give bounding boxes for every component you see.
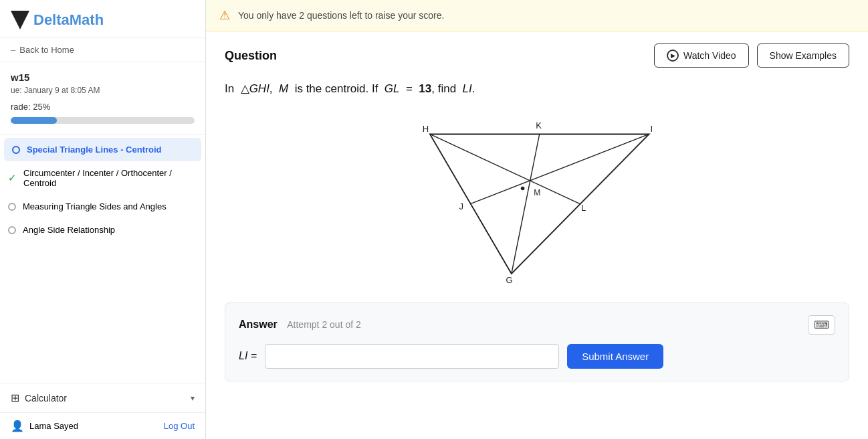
attempt-label: Attempt 2 out of 2 <box>287 319 361 330</box>
triangle-diagram: H K I J M L G <box>397 111 677 292</box>
sidebar: DeltaMath Back to Home w15 ue: January 9… <box>0 0 206 439</box>
watch-video-button[interactable]: ▶ Watch Video <box>654 43 749 68</box>
answer-label: Answer <box>239 319 278 330</box>
question-title: Question <box>225 49 277 63</box>
svg-text:L: L <box>581 203 586 213</box>
logo: DeltaMath <box>0 0 205 38</box>
show-examples-label: Show Examples <box>770 50 837 61</box>
alert-message: You only have 2 questions left to raise … <box>238 10 444 21</box>
submit-answer-button[interactable]: Submit Answer <box>567 344 663 369</box>
watch-video-label: Watch Video <box>683 50 736 61</box>
sidebar-item-measuring[interactable]: Measuring Triangle Sides and Angles <box>0 195 205 218</box>
calculator-icon: ⊞ <box>11 391 19 404</box>
svg-line-1 <box>512 134 540 274</box>
answer-header: Answer Attempt 2 out of 2 ⌨ <box>239 315 835 335</box>
equation-label: LI = <box>239 350 257 362</box>
back-to-home[interactable]: Back to Home <box>0 38 205 62</box>
user-name: Lama Sayed <box>29 421 78 431</box>
alert-banner: ⚠ You only have 2 questions left to rais… <box>206 0 868 31</box>
sidebar-item-label: Angle Side Relationship <box>23 225 115 235</box>
answer-row: LI = Submit Answer <box>239 344 835 369</box>
svg-line-2 <box>430 134 580 203</box>
question-body: In △GHI, M is the centroid. If GL = 13, … <box>206 73 868 104</box>
diagram-container: H K I J M L G <box>206 104 868 292</box>
user-icon: 👤 <box>11 420 24 432</box>
answer-header-left: Answer Attempt 2 out of 2 <box>239 319 361 331</box>
dot-icon <box>8 226 16 234</box>
logo-text: DeltaMath <box>33 11 104 29</box>
main-content: ⚠ You only have 2 questions left to rais… <box>206 0 868 439</box>
hw-title: w15 <box>0 62 205 84</box>
check-icon: ✓ <box>8 172 17 184</box>
logo-icon <box>11 11 29 29</box>
calculator-label: Calculator <box>25 393 67 404</box>
user-row: 👤 Lama Sayed Log Out <box>0 413 205 439</box>
play-icon: ▶ <box>667 50 679 62</box>
svg-line-3 <box>470 134 649 203</box>
sidebar-bottom: ⊞ Calculator ▾ 👤 Lama Sayed Log Out <box>0 383 205 439</box>
progress-bar-inner <box>11 117 57 124</box>
calculator-row[interactable]: ⊞ Calculator ▾ <box>0 383 205 413</box>
logout-button[interactable]: Log Out <box>164 421 195 431</box>
svg-point-11 <box>521 187 525 191</box>
hw-due: ue: January 9 at 8:05 AM <box>0 84 205 99</box>
sidebar-item-circumcenter[interactable]: ✓ Circumcenter / Incenter / Orthocenter … <box>0 161 205 195</box>
svg-text:H: H <box>423 124 429 134</box>
sidebar-item-label: Circumcenter / Incenter / Orthocenter / … <box>23 168 197 188</box>
sidebar-item-label: Special Triangle Lines - Centroid <box>27 145 162 155</box>
svg-text:J: J <box>459 201 464 211</box>
active-dot-icon <box>12 146 20 154</box>
sidebar-item-label: Measuring Triangle Sides and Angles <box>23 201 167 211</box>
progress-bar-outer <box>11 117 195 124</box>
answer-input[interactable] <box>265 344 559 369</box>
sidebar-item-angle-side[interactable]: Angle Side Relationship <box>0 218 205 242</box>
header-buttons: ▶ Watch Video Show Examples <box>654 43 849 68</box>
answer-section: Answer Attempt 2 out of 2 ⌨ LI = Submit … <box>225 302 849 381</box>
svg-text:M: M <box>534 188 540 197</box>
svg-text:I: I <box>650 124 653 134</box>
user-row-left: 👤 Lama Sayed <box>11 420 78 432</box>
dot-icon <box>8 203 16 211</box>
calculator-row-left: ⊞ Calculator <box>11 391 67 404</box>
sidebar-item-centroid[interactable]: Special Triangle Lines - Centroid <box>4 138 201 161</box>
svg-text:K: K <box>536 120 542 130</box>
show-examples-button[interactable]: Show Examples <box>757 43 849 68</box>
svg-text:G: G <box>506 275 512 285</box>
keyboard-icon-button[interactable]: ⌨ <box>808 315 835 335</box>
question-header: Question ▶ Watch Video Show Examples <box>206 31 868 73</box>
hw-grade: rade: 25% <box>0 99 205 114</box>
alert-icon: ⚠ <box>219 8 230 23</box>
chevron-down-icon: ▾ <box>191 393 195 403</box>
